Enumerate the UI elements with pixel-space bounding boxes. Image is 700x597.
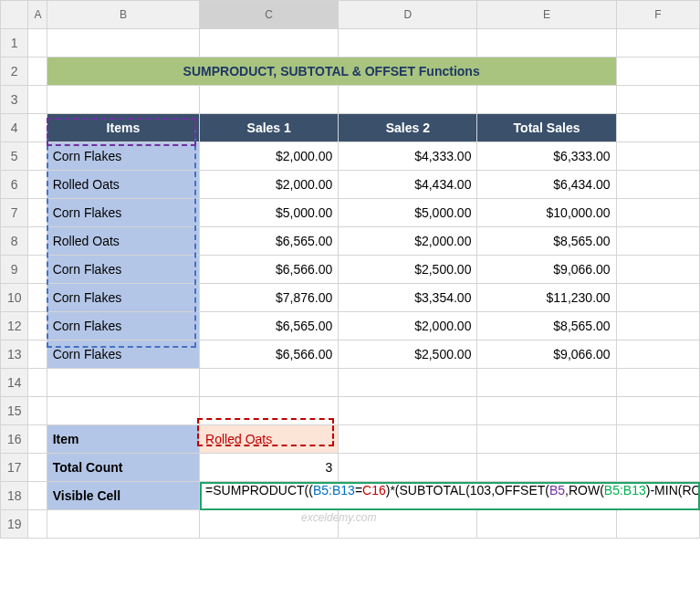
col-header-B[interactable]: B <box>47 1 199 29</box>
cell[interactable] <box>339 86 477 114</box>
cell[interactable] <box>339 454 477 482</box>
sales1-cell[interactable]: $2,000.00 <box>200 171 339 199</box>
item-label[interactable]: Item <box>47 425 199 454</box>
cell[interactable] <box>616 340 699 369</box>
cell[interactable] <box>477 425 616 454</box>
cell[interactable] <box>28 29 47 58</box>
cell[interactable] <box>28 114 47 142</box>
item-cell[interactable]: Corn Flakes <box>47 199 199 227</box>
row-header-12[interactable]: 12 <box>1 312 28 340</box>
item-cell[interactable]: Corn Flakes <box>47 312 199 340</box>
cell[interactable] <box>616 29 699 58</box>
sales1-cell[interactable]: $6,566.00 <box>200 256 339 284</box>
total-cell[interactable]: $6,333.00 <box>477 142 616 171</box>
cell[interactable] <box>616 86 699 114</box>
row-header-6[interactable]: 6 <box>1 171 28 199</box>
sales1-cell[interactable]: $6,565.00 <box>200 227 339 256</box>
grid[interactable]: A B C D E F 1 2 SUMPRODUCT, SUBTOTAL & O… <box>0 0 700 539</box>
cell[interactable] <box>616 58 699 86</box>
total-cell[interactable]: $11,230.00 <box>477 284 616 312</box>
sales2-cell[interactable]: $2,000.00 <box>339 227 477 256</box>
col-header-F[interactable]: F <box>616 1 699 29</box>
count-label[interactable]: Total Count <box>47 454 199 482</box>
row-header-16[interactable]: 16 <box>1 425 28 454</box>
corner-cell[interactable] <box>1 1 28 29</box>
sales2-cell[interactable]: $2,000.00 <box>339 312 477 340</box>
col-header-E[interactable]: E <box>477 1 616 29</box>
cell[interactable] <box>28 227 47 256</box>
cell[interactable] <box>28 199 47 227</box>
cell[interactable] <box>200 86 339 114</box>
cell[interactable] <box>28 482 47 510</box>
total-cell[interactable]: $9,066.00 <box>477 256 616 284</box>
visible-label[interactable]: Visible Cell <box>47 482 199 510</box>
total-cell[interactable]: $9,066.00 <box>477 340 616 369</box>
header-sales1[interactable]: Sales 1 <box>200 114 339 142</box>
header-total[interactable]: Total Sales <box>477 114 616 142</box>
cell[interactable] <box>28 369 47 397</box>
sales2-cell[interactable]: $2,500.00 <box>339 340 477 369</box>
total-cell[interactable]: $6,434.00 <box>477 171 616 199</box>
sales1-cell[interactable]: $6,566.00 <box>200 340 339 369</box>
sales1-cell[interactable]: $2,000.00 <box>200 142 339 171</box>
cell[interactable] <box>28 284 47 312</box>
total-cell[interactable]: $10,000.00 <box>477 199 616 227</box>
cell[interactable] <box>47 397 199 425</box>
cell[interactable] <box>616 369 699 397</box>
cell[interactable] <box>200 510 339 539</box>
cell[interactable] <box>339 510 477 539</box>
cell[interactable] <box>28 312 47 340</box>
cell[interactable] <box>616 312 699 340</box>
cell[interactable] <box>616 454 699 482</box>
row-header-1[interactable]: 1 <box>1 29 28 58</box>
row-header-8[interactable]: 8 <box>1 227 28 256</box>
cell[interactable] <box>616 510 699 539</box>
row-header-9[interactable]: 9 <box>1 256 28 284</box>
sales2-cell[interactable]: $5,000.00 <box>339 199 477 227</box>
cell[interactable] <box>28 142 47 171</box>
cell[interactable] <box>616 397 699 425</box>
item-cell[interactable]: Corn Flakes <box>47 340 199 369</box>
cell[interactable] <box>616 171 699 199</box>
cell[interactable] <box>616 227 699 256</box>
item-cell[interactable]: Corn Flakes <box>47 142 199 171</box>
header-sales2[interactable]: Sales 2 <box>339 114 477 142</box>
item-cell[interactable]: Corn Flakes <box>47 284 199 312</box>
header-items[interactable]: Items <box>47 114 199 142</box>
cell[interactable] <box>47 86 199 114</box>
col-header-D[interactable]: D <box>339 1 477 29</box>
cell[interactable] <box>616 284 699 312</box>
cell[interactable] <box>477 369 616 397</box>
cell[interactable] <box>339 369 477 397</box>
cell[interactable] <box>28 397 47 425</box>
col-header-C[interactable]: C <box>200 1 339 29</box>
cell[interactable] <box>477 397 616 425</box>
cell[interactable] <box>28 510 47 539</box>
cell[interactable] <box>616 199 699 227</box>
item-cell[interactable]: Rolled Oats <box>47 227 199 256</box>
cell[interactable] <box>28 171 47 199</box>
sales2-cell[interactable]: $4,333.00 <box>339 142 477 171</box>
cell[interactable] <box>200 369 339 397</box>
cell[interactable] <box>339 425 477 454</box>
item-cell[interactable]: Corn Flakes <box>47 256 199 284</box>
row-header-2[interactable]: 2 <box>1 58 28 86</box>
sales2-cell[interactable]: $2,500.00 <box>339 256 477 284</box>
page-title[interactable]: SUMPRODUCT, SUBTOTAL & OFFSET Functions <box>47 58 616 86</box>
item-cell[interactable]: Rolled Oats <box>47 171 199 199</box>
sales1-cell[interactable]: $6,565.00 <box>200 312 339 340</box>
row-header-18[interactable]: 18 <box>1 482 28 510</box>
cell[interactable] <box>616 425 699 454</box>
row-header-5[interactable]: 5 <box>1 142 28 171</box>
cell[interactable] <box>28 340 47 369</box>
row-header-7[interactable]: 7 <box>1 199 28 227</box>
cell[interactable] <box>47 369 199 397</box>
cell[interactable] <box>47 510 199 539</box>
row-header-19[interactable]: 19 <box>1 510 28 539</box>
cell[interactable] <box>616 142 699 171</box>
cell[interactable] <box>28 256 47 284</box>
cell[interactable] <box>28 86 47 114</box>
row-header-10[interactable]: 10 <box>1 284 28 312</box>
cell[interactable] <box>477 29 616 58</box>
cell[interactable] <box>616 256 699 284</box>
